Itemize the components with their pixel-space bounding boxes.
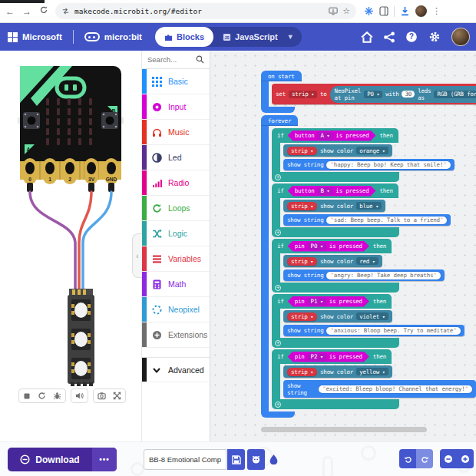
condition-button-b[interactable]: button B is pressed [288,186,376,197]
color-dropdown[interactable]: blue [356,202,382,210]
show-color-block[interactable]: strip show color yellow [283,365,392,378]
led-count-field[interactable]: 30 [402,91,415,98]
show-color-block[interactable]: strip show color blue [283,200,385,212]
string-field[interactable]: anxious: Bloop beep. Try to meditate [326,327,460,335]
color-dropdown[interactable]: violet [356,312,388,320]
collapse-simulator-handle[interactable]: ‹ [132,233,142,278]
project-name-input[interactable] [144,449,226,470]
forever-hat[interactable]: forever [261,115,298,126]
category-logic[interactable]: Logic [142,221,210,246]
github-button[interactable] [247,449,265,470]
on-start-block[interactable]: on start set strip to NeoPixel at pin P0… [261,71,476,113]
color-dropdown[interactable]: red [356,257,378,265]
show-string-block[interactable]: show string anxious: Bloop beep. Try to … [283,325,464,336]
save-button[interactable] [227,449,245,470]
category-input[interactable]: Input [142,94,210,120]
color-dropdown[interactable]: yellow [356,368,388,375]
show-color-block[interactable]: strip show color orange [283,144,392,157]
device-dropdown[interactable]: A [318,132,333,140]
block-workspace[interactable]: on start set strip to NeoPixel at pin P0… [210,51,476,441]
send-to-device-icon[interactable] [329,7,338,15]
forever-block[interactable]: forever if button A is pressed then [261,115,476,418]
device-dropdown[interactable]: P0 [308,243,326,250]
string-field[interactable]: sad: Beep beep. Talk to a friend [326,217,447,224]
category-basic[interactable]: Basic [142,69,210,94]
neopixel-create-block[interactable]: NeoPixel at pin P0 with 30 leds as RGB (… [330,86,476,103]
if-block-pin-p1[interactable]: if pin P1 is pressed then strip sho [272,294,464,348]
strip-variable[interactable]: strip [287,202,317,210]
redo-button[interactable] [416,449,433,468]
string-field[interactable]: happy: Beep bop! Keep that smile! [326,161,450,169]
add-else-icon[interactable]: + [275,230,281,236]
color-dropdown[interactable]: orange [356,147,388,154]
neopixel-strip[interactable] [68,289,94,386]
strip-variable[interactable]: strip [287,368,317,376]
strip-variable[interactable]: strip [287,312,317,321]
chevron-down-icon[interactable]: ▼ [287,33,302,41]
add-else-icon[interactable]: + [275,340,281,346]
horizontal-scrollbar[interactable] [261,427,427,432]
format-dropdown[interactable]: RGB (GRB format) [434,91,476,98]
fullscreen-icon[interactable] [113,392,121,400]
condition-pin-p2[interactable]: pin P2 is pressed [288,352,369,362]
zoom-out-button[interactable] [440,449,457,468]
category-music[interactable]: Music [142,120,210,145]
undo-button[interactable] [399,449,416,468]
category-loops[interactable]: Loops [142,196,210,221]
button-a[interactable] [23,112,40,129]
device-dropdown[interactable]: P2 [308,353,326,361]
condition-pin-p1[interactable]: pin P1 is pressed [288,296,369,307]
strip-variable[interactable]: strip [287,147,317,155]
button-b[interactable] [101,112,118,129]
help-icon[interactable]: ? [405,31,418,43]
stop-icon[interactable] [23,392,31,400]
tab-javascript[interactable]: JS JavaScript [213,27,287,47]
show-color-block[interactable]: strip show color violet [283,310,392,322]
category-radio[interactable]: Radio [142,170,210,196]
if-block-button-a[interactable]: if button A is pressed then strip s [272,128,455,182]
device-dropdown[interactable]: B [318,187,333,195]
debug-icon[interactable] [53,392,61,400]
volume-icon[interactable] [75,392,84,400]
browser-menu-icon[interactable]: ⋮ [432,6,441,16]
show-color-block[interactable]: strip show color red [283,255,382,267]
search-input[interactable] [147,55,190,64]
toolbox-search[interactable] [142,51,210,69]
download-more-button[interactable]: ••• [92,448,117,471]
add-else-icon[interactable]: + [275,174,281,180]
device-dropdown[interactable]: P1 [308,298,326,306]
url-bar[interactable]: makecode.microbit.org/#editor ☆ [55,3,356,19]
variable-dropdown[interactable]: strip [289,91,317,98]
home-icon[interactable] [361,31,373,43]
reload-icon[interactable] [37,5,51,17]
set-variable-block[interactable]: set strip to NeoPixel at pin P0 with 30 … [272,84,476,104]
show-string-block[interactable]: show string happy: Beep bop! Keep that s… [283,159,455,170]
download-button[interactable]: Download ••• [8,448,117,471]
share-icon[interactable] [384,31,395,43]
show-string-block[interactable]: show string excited: Bleep bloop! Channe… [283,380,476,398]
if-block-pin-p0[interactable]: if pin P0 is pressed then strip sho [272,239,445,293]
pin-dropdown[interactable]: P0 [364,91,382,98]
extension-blue-icon[interactable] [364,6,374,16]
category-variables[interactable]: Variables [142,246,210,272]
category-math[interactable]: Math [142,272,210,297]
restart-icon[interactable] [38,392,46,400]
back-icon[interactable]: ← [3,6,17,17]
settings-gear-icon[interactable] [428,31,441,43]
microbit-board[interactable]: B A [6,60,137,390]
zoom-in-button[interactable] [457,449,474,468]
condition-pin-p0[interactable]: pin P0 is pressed [288,241,369,252]
forward-icon[interactable]: → [20,6,34,17]
show-string-block[interactable]: show string angry: Beep! Take deep breat… [283,269,445,281]
user-avatar[interactable] [451,28,470,46]
if-block-pin-p2[interactable]: if pin P2 is pressed then strip sho [272,349,476,409]
string-field[interactable]: excited: Bleep bloop! Channel that energ… [319,385,472,393]
screenshot-icon[interactable] [98,392,106,400]
brand-area[interactable]: Microsoft micro:bit [8,30,142,44]
browser-profile-avatar[interactable] [415,5,427,17]
strip-variable[interactable]: strip [287,257,317,266]
category-advanced[interactable]: Advanced [142,357,210,382]
bookmark-star-icon[interactable]: ☆ [342,6,350,16]
show-string-block[interactable]: show string sad: Beep beep. Talk to a fr… [283,214,451,226]
tab-blocks[interactable]: Blocks [155,27,213,47]
